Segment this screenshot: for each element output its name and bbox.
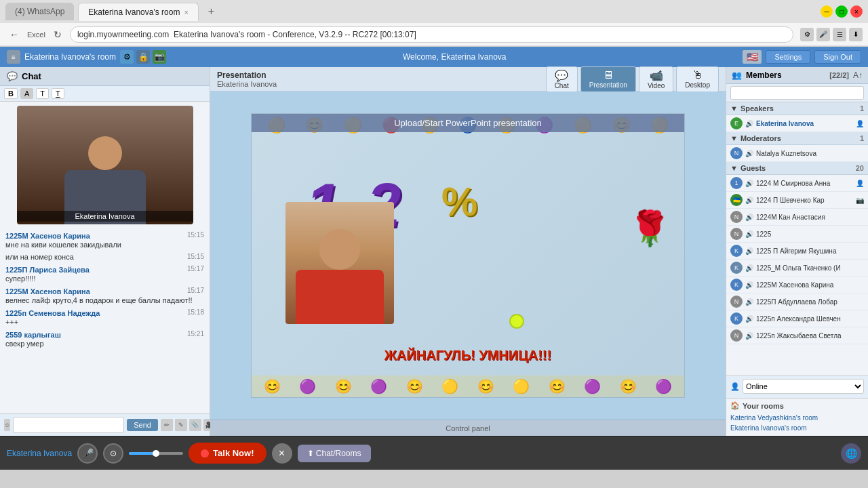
guests-label: Guests: [741, 164, 766, 172]
emoji-icon[interactable]: ☺: [4, 419, 10, 431]
talk-now-button[interactable]: Talk Now!: [189, 443, 266, 464]
reload-button[interactable]: ↻: [50, 28, 66, 41]
camera-button[interactable]: ⊙: [103, 443, 123, 464]
chat-panel: 💬 Chat B A T T Ekaterina Ivanova 1225М Х…: [0, 67, 210, 436]
attachment-icon[interactable]: 📎: [189, 419, 201, 431]
presentation-slide-area: Upload/Start PowerPoint presentation 🟡😊🟡…: [210, 92, 726, 420]
list-item[interactable]: N 🔊 1225П Абдуллаева Лобар: [726, 293, 868, 310]
speaker-icon: 🔊: [745, 247, 753, 255]
room-item-katerina[interactable]: Katerina Vedyashkina's room: [730, 413, 864, 423]
presentation-tool-button[interactable]: 🖥 Presentation: [580, 66, 636, 92]
screen-icon[interactable]: 📷: [153, 50, 166, 64]
member-name: 1225: [756, 230, 864, 238]
globe-settings-button[interactable]: 🌐: [841, 443, 861, 464]
close-button[interactable]: ×: [850, 5, 863, 18]
member-natalya[interactable]: N 🔊 Natalya Kuznetsova: [726, 145, 868, 162]
bottom-bar: Ekaterina Ivanova 🎤 ⊙ Talk Now! × ⬆ Chat…: [0, 436, 868, 470]
list-item[interactable]: N 🔊 1225: [726, 226, 868, 243]
settings-icon[interactable]: ⚙: [120, 50, 134, 64]
status-section: 👤 Online Away Busy: [726, 375, 868, 399]
volume-slider[interactable]: [129, 452, 183, 455]
speaker-icon: 🔊: [745, 315, 753, 323]
list-item[interactable]: K 🔊 1225 П Айгерим Якушина: [726, 243, 868, 260]
settings-button[interactable]: Settings: [766, 50, 810, 64]
desktop-tool-button[interactable]: 🖱 Desktop: [676, 66, 719, 92]
room-item-ekaterina[interactable]: Ekaterina Ivanova's room: [730, 423, 864, 433]
talk-dot: [201, 449, 209, 458]
list-item[interactable]: K 🔊 1225п Александра Шевчен: [726, 310, 868, 327]
text-button[interactable]: T: [36, 88, 49, 99]
members-search-row: [726, 84, 868, 102]
browser-chrome: (4) WhatsApp Ekaterina Ivanova's room × …: [0, 0, 868, 47]
tab-whatsapp[interactable]: (4) WhatsApp: [5, 3, 74, 20]
members-title: Members: [746, 70, 782, 80]
member-avatar: K: [730, 262, 743, 274]
underline-button[interactable]: T: [52, 88, 64, 99]
member-name: 1225М Хасенова Карина: [756, 281, 864, 289]
bold-button[interactable]: B: [4, 88, 18, 99]
chat-tool-icon: 💬: [555, 69, 568, 82]
slide-roses: 🌹: [629, 209, 671, 248]
list-item[interactable]: N 🔊 1224М Кан Анастасия: [726, 209, 868, 226]
signout-button[interactable]: Sign Out: [814, 50, 861, 64]
minimize-button[interactable]: ─: [821, 5, 833, 18]
members-panel: 👥 Members [22/2] A↑ ▼ Speakers 1 E 🔊 Eka…: [726, 67, 868, 436]
new-tab-button[interactable]: +: [203, 4, 220, 19]
edit-icon[interactable]: ✎: [175, 419, 187, 431]
member-avatar: E: [730, 117, 743, 129]
members-sort-button[interactable]: A↑: [853, 70, 863, 80]
list-item[interactable]: 🇺🇦 🔊 1224 П Шевченко Кар 📷: [726, 192, 868, 209]
member-avatar: N: [730, 147, 743, 159]
extensions-icon[interactable]: ⚙: [800, 28, 814, 41]
status-dropdown[interactable]: Online Away Busy: [743, 379, 864, 394]
speakers-count: 1: [860, 104, 864, 113]
presentation-slide: Upload/Start PowerPoint presentation 🟡😊🟡…: [251, 113, 685, 398]
speaker-icon: 🔊: [745, 332, 753, 340]
list-item[interactable]: K 🔊 1225_М Ольга Ткаченко (И: [726, 260, 868, 277]
download-icon[interactable]: ⬇: [849, 28, 863, 41]
main-layout: 💬 Chat B A T T Ekaterina Ivanova 1225М Х…: [0, 67, 868, 436]
maximize-button[interactable]: □: [835, 5, 848, 18]
browser-titlebar: (4) WhatsApp Ekaterina Ivanova's room × …: [0, 0, 868, 23]
back-button[interactable]: ←: [5, 28, 23, 41]
pencil-icon[interactable]: ✏: [161, 419, 173, 431]
tab-close-icon[interactable]: ×: [184, 8, 188, 16]
mic-browser-icon[interactable]: 🎤: [816, 28, 830, 41]
video-tool-button[interactable]: 📹 Video: [639, 66, 673, 92]
list-item[interactable]: 1 🔊 1224 М Смирнова Анна 👤: [726, 175, 868, 192]
lock-icon[interactable]: 🔒: [136, 50, 150, 64]
member-name: 1225_М Ольга Ткаченко (И: [756, 264, 864, 272]
cursor-indicator: [509, 314, 524, 329]
italic-button[interactable]: A: [20, 88, 33, 99]
presentation-tool-icon: 🖥: [603, 69, 614, 81]
address-bar[interactable]: [70, 26, 793, 43]
members-search-input[interactable]: [730, 86, 864, 100]
member-ekaterina[interactable]: E 🔊 Ekaterina Ivanova 👤: [726, 115, 868, 132]
list-item[interactable]: N 🔊 1225п Жаксыбаева Светла: [726, 327, 868, 344]
speaker-icon: 🔊: [745, 298, 753, 306]
chat-toggle-button[interactable]: ⬆ Chat/Rooms: [298, 445, 371, 462]
chat-input[interactable]: [13, 417, 124, 433]
moderators-section: ▼ Moderators 1: [726, 132, 868, 145]
speakers-label: Speakers: [741, 104, 774, 113]
control-panel-bar: Control panel: [210, 420, 726, 436]
moderators-count: 1: [860, 134, 864, 142]
members-list: ▼ Speakers 1 E 🔊 Ekaterina Ivanova 👤 ▼ M…: [726, 102, 868, 375]
microphone-button[interactable]: 🎤: [77, 443, 98, 464]
slide-photo: [285, 202, 394, 324]
send-button[interactable]: Send: [127, 419, 158, 431]
close-talk-button[interactable]: ×: [272, 443, 292, 464]
chat-tool-button[interactable]: 💬 Chat: [546, 66, 578, 92]
member-name: 1224 М Смирнова Анна: [756, 180, 853, 187]
chat-header: 💬 Chat: [0, 67, 210, 86]
member-avatar: N: [730, 211, 743, 223]
flag-icon[interactable]: 🇺🇸: [743, 50, 762, 64]
video-tool-icon: 📹: [650, 69, 663, 82]
speaker-icon: 🔊: [745, 264, 753, 272]
tab-conference[interactable]: Ekaterina Ivanova's room ×: [78, 3, 198, 21]
member-avatar: K: [730, 312, 743, 325]
member-avatar: K: [730, 279, 743, 291]
list-item[interactable]: K 🔊 1225М Хасенова Карина: [726, 277, 868, 293]
settings-browser-icon[interactable]: ☰: [833, 28, 846, 41]
list-item: 15:15 или на номер конса: [5, 253, 204, 261]
